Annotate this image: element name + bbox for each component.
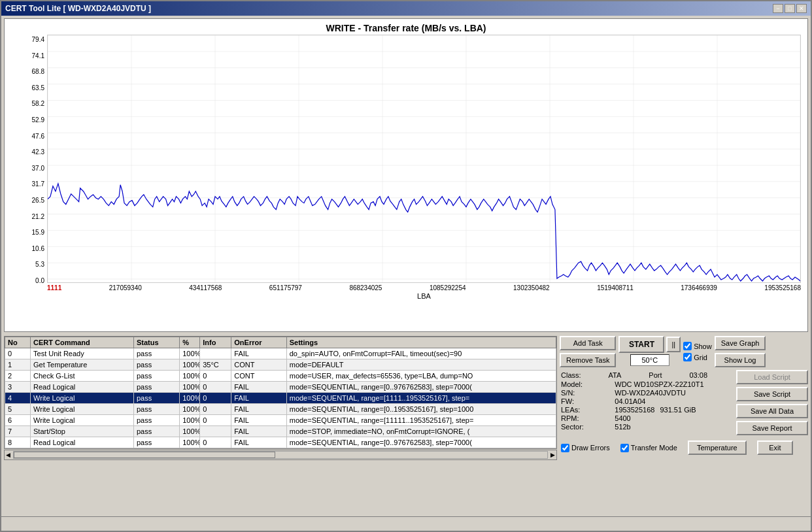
save-script-button[interactable]: Save Script [736, 387, 808, 401]
scrollbar-track[interactable] [13, 451, 548, 459]
y-label-8: 37.0 [11, 165, 44, 172]
close-button[interactable]: ✕ [796, 4, 807, 13]
y-label-5: 52.9 [11, 116, 44, 124]
temperature-button[interactable]: Temperature [688, 441, 747, 455]
fw-value: 04.01A04 [615, 397, 732, 405]
table-row[interactable]: 3Read Logicalpass100%0FAILmode=SEQUENTIA… [5, 382, 556, 393]
table-row[interactable]: 7Start/Stoppass100%FAILmode=STOP, immedi… [5, 426, 556, 437]
load-script-button[interactable]: Load Script [736, 370, 808, 384]
cert-table: No CERT Command Status % Info OnError Se… [5, 337, 556, 448]
table-cell: 2 [5, 371, 31, 382]
sector-value: 512b [615, 423, 732, 431]
table-cell: pass [133, 382, 179, 393]
table-cell: mode=SEQUENTIAL, range=[0..976762583], s… [286, 382, 556, 393]
col-cmd: CERT Command [31, 337, 134, 348]
x-label-9: 1953525168 [764, 284, 801, 291]
add-task-button[interactable]: Add Task [560, 336, 616, 350]
table-cell: Check G-List [31, 371, 134, 382]
table-cell: 6 [5, 415, 31, 426]
script-save-panel: Load Script Save Script Save All Data Sa… [736, 370, 808, 435]
bottom-controls: Draw Errors Transfer Mode Temperature Ex… [560, 438, 808, 457]
table-cell: mode=SEQUENTIAL, range=[0..976762583], s… [286, 437, 556, 448]
remove-task-button[interactable]: Remove Task [560, 353, 616, 367]
table-cell: Read Logical [31, 382, 134, 393]
table-cell: CONT [231, 359, 286, 371]
restore-button[interactable]: □ [785, 4, 795, 13]
exit-button[interactable]: Exit [757, 441, 793, 455]
table-cell: pass [133, 359, 179, 371]
table-row[interactable]: 2Check G-Listpass100%0CONTmode=USER, max… [5, 371, 556, 382]
table-cell [200, 426, 231, 437]
rpm-value: 5400 [615, 414, 732, 422]
scroll-right-arrow[interactable]: ▶ [549, 452, 556, 458]
transfer-mode-checkbox[interactable] [620, 444, 629, 452]
table-cell: pass [133, 404, 179, 415]
table-cell: mode=SEQUENTIAL, range=[11111..195352516… [286, 415, 556, 426]
table-cell: CONT [231, 371, 286, 382]
status-bar [1, 516, 811, 531]
col-status: Status [133, 337, 179, 348]
col-settings: Settings [286, 337, 556, 348]
pause-button[interactable]: || [666, 337, 681, 352]
x-label-7: 1519408711 [597, 284, 634, 291]
horizontal-scrollbar[interactable]: ◀ ▶ [4, 450, 557, 460]
scroll-left-arrow[interactable]: ◀ [5, 452, 12, 458]
table-scroll[interactable]: No CERT Command Status % Info OnError Se… [4, 336, 557, 449]
grid-checkbox[interactable] [683, 353, 692, 361]
sn-label: S/N: [561, 389, 612, 397]
show-checkbox[interactable] [683, 342, 692, 350]
draw-errors-text: Draw Errors [571, 444, 610, 452]
draw-errors-checkbox[interactable] [561, 444, 569, 452]
table-row[interactable]: 0Test Unit Readypass100%FAILdo_spin=AUTO… [5, 348, 556, 359]
table-cell: mode=SEQUENTIAL, range=[0..1953525167], … [286, 404, 556, 415]
y-label-2: 68.8 [11, 68, 44, 75]
x-axis-title: LBA [47, 292, 801, 300]
x-label-1: 217059340 [109, 284, 142, 291]
table-cell: 100% [180, 382, 200, 393]
table-row[interactable]: 8Read Logicalpass100%0FAILmode=SEQUENTIA… [5, 437, 556, 448]
table-cell [200, 348, 231, 359]
y-label-4: 58.2 [11, 100, 44, 107]
table-cell: 100% [180, 404, 200, 415]
table-cell: FAIL [231, 437, 286, 448]
table-section: No CERT Command Status % Info OnError Se… [4, 336, 557, 515]
x-label-4: 868234025 [349, 284, 382, 291]
col-no: No [5, 337, 31, 348]
checkbox-panel: Show Grid [683, 336, 712, 367]
y-label-14: 5.3 [11, 261, 44, 268]
table-cell: mode=USER, max_defects=65536, type=LBA, … [286, 371, 556, 382]
table-cell: FAIL [231, 348, 286, 359]
grid-label: Grid [694, 354, 707, 361]
table-cell: Write Logical [31, 415, 134, 426]
show-log-button[interactable]: Show Log [715, 353, 766, 367]
table-cell: 0 [5, 348, 31, 359]
table-row[interactable]: 6Write Logicalpass100%0FAILmode=SEQUENTI… [5, 415, 556, 426]
start-row: START || [618, 336, 681, 353]
table-row[interactable]: 4Write Logicalpass100%0FAILmode=SEQUENTI… [5, 393, 556, 404]
scrollbar-thumb[interactable] [14, 452, 275, 458]
table-cell: 100% [180, 426, 200, 437]
table-cell: 0 [200, 371, 231, 382]
save-graph-button[interactable]: Save Graph [715, 336, 766, 350]
start-stop-panel: START || 50°C [618, 336, 681, 367]
graph-title: WRITE - Transfer rate (MB/s vs. LBA) [5, 19, 807, 35]
table-cell: Get Temperature [31, 359, 134, 371]
table-cell: 100% [180, 437, 200, 448]
minimize-button[interactable]: − [773, 4, 783, 13]
table-row[interactable]: 1Get Temperaturepass100%35°CCONTmode=DEF… [5, 359, 556, 371]
table-row[interactable]: 5Write Logicalpass100%0FAILmode=SEQUENTI… [5, 404, 556, 415]
show-checkbox-label: Show [683, 342, 712, 350]
table-cell: pass [133, 415, 179, 426]
model-label: Model: [561, 380, 612, 388]
save-report-button[interactable]: Save Report [736, 421, 808, 435]
start-button[interactable]: START [618, 336, 664, 353]
temp-display: 50°C [630, 354, 669, 366]
fw-label: FW: [561, 397, 612, 405]
table-cell: 0 [200, 437, 231, 448]
save-all-data-button[interactable]: Save All Data [736, 404, 808, 418]
main-window: CERT Tool Lite [ WD-WXD2A40JVDTU ] − □ ✕… [0, 0, 812, 532]
rpm-label: RPM: [561, 414, 612, 422]
sn-value: WD-WXD2A40JVDTU [615, 389, 732, 397]
bottom-section: No CERT Command Status % Info OnError Se… [1, 335, 811, 516]
y-label-0: 79.4 [11, 36, 44, 43]
